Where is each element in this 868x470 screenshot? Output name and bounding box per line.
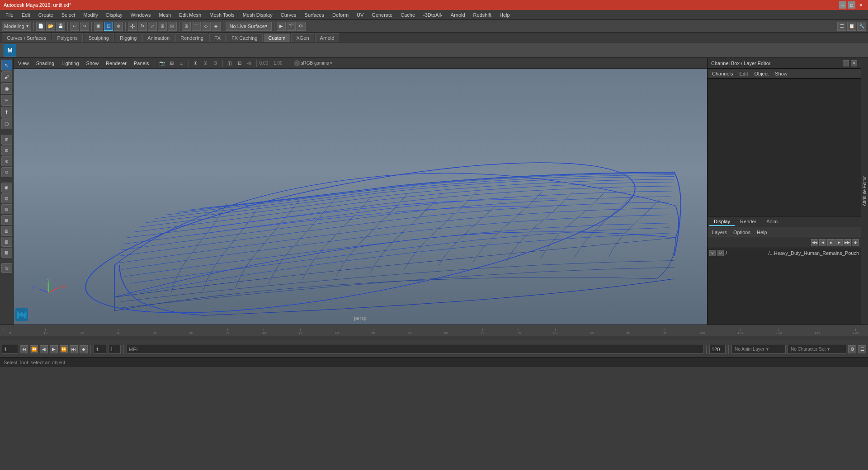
menu-curves[interactable]: Curves	[277, 11, 300, 19]
menu-cache[interactable]: Cache	[397, 11, 419, 19]
anim-play-button[interactable]: ▶	[50, 345, 58, 353]
vp-grid-button[interactable]: ⊞	[168, 59, 176, 67]
anim-range-start-input[interactable]	[94, 345, 106, 354]
gamma-dropdown-icon[interactable]: ▾	[330, 61, 332, 66]
attribute-editor-sidebar[interactable]: Attribute Editor	[861, 58, 868, 324]
vp-xray-button[interactable]: ⊡	[236, 59, 244, 67]
layer-vis-v[interactable]: V	[709, 250, 716, 256]
tool-settings-button[interactable]: 🔧	[857, 22, 866, 31]
channel-menu-object[interactable]: Object	[751, 70, 771, 77]
vp-menu-shading[interactable]: Shading	[33, 60, 57, 67]
menu-edit[interactable]: Edit	[18, 11, 34, 19]
vp-menu-view[interactable]: View	[15, 60, 32, 67]
display-mode-btn5[interactable]: ▧	[1, 226, 12, 236]
menu-modify[interactable]: Modify	[80, 11, 101, 19]
layer-prev-button[interactable]: ◀◀	[811, 239, 818, 246]
layer-next-single-button[interactable]: ▶	[835, 239, 843, 246]
display-mode-btn4[interactable]: ▦	[1, 215, 12, 225]
current-frame-input[interactable]	[2, 345, 18, 354]
menu-create[interactable]: Create	[35, 11, 57, 19]
vp-menu-lighting[interactable]: Lighting	[59, 60, 82, 67]
layer-stop-button[interactable]: ■	[827, 239, 835, 246]
layer-menu-help[interactable]: Help	[754, 229, 770, 236]
layer-prev-single-button[interactable]: ◀	[819, 239, 826, 246]
anim-play-back-button[interactable]: ◀	[40, 345, 48, 353]
vp-smooth1-button[interactable]: ①	[192, 59, 200, 67]
anim-end-frame-input[interactable]	[709, 345, 726, 354]
layer-menu-options[interactable]: Options	[731, 229, 753, 236]
vp-cam-button[interactable]: 📷	[158, 59, 166, 67]
channel-menu-channels[interactable]: Channels	[709, 70, 736, 77]
vp-menu-panels[interactable]: Panels	[131, 60, 152, 67]
select-tool-button[interactable]: ▣	[94, 22, 103, 31]
anim-next-key-button[interactable]: ⏩	[60, 345, 68, 353]
channel-menu-show[interactable]: Show	[772, 70, 790, 77]
shelf-tab-curves[interactable]: Curves / Surfaces	[2, 33, 51, 42]
render-settings-button[interactable]: ⚙	[297, 22, 306, 31]
viewport-canvas[interactable]: X Y Z persp	[14, 69, 707, 324]
undo-button[interactable]: ↩	[70, 22, 79, 31]
menu-windows[interactable]: Windows	[127, 11, 155, 19]
vp-wireframe-button[interactable]: □	[178, 59, 186, 67]
universal-manip-button[interactable]: ⊞	[158, 22, 167, 31]
snap-to-grid-button[interactable]: ⊞	[1, 135, 12, 145]
display-mode-btn6[interactable]: ▨	[1, 237, 12, 247]
shelf-tab-polygons[interactable]: Polygons	[52, 33, 82, 42]
shelf-tab-rigging[interactable]: Rigging	[115, 33, 142, 42]
new-file-button[interactable]: 📄	[36, 22, 45, 31]
anim-settings-button[interactable]: ⚙	[848, 345, 856, 353]
shelf-tab-custom[interactable]: Custom	[264, 33, 291, 42]
shelf-tab-arnold[interactable]: Arnold	[315, 33, 340, 42]
display-mode-btn7[interactable]: ▩	[1, 248, 12, 258]
menu-uv[interactable]: UV	[353, 11, 367, 19]
anim-start-button[interactable]: ⏮	[20, 345, 28, 353]
channel-menu-edit[interactable]: Edit	[736, 70, 750, 77]
display-mode-btn2[interactable]: ▤	[1, 193, 12, 203]
display-mode-btn3[interactable]: ▥	[1, 204, 12, 214]
menu-surfaces[interactable]: Surfaces	[301, 11, 328, 19]
move-tool-button[interactable]: ✛	[128, 22, 137, 31]
timeline-ruler[interactable]: 1 5 10 15 20 25 30 35 40 45 50 55 60 65 …	[0, 325, 868, 336]
no-live-surface-button[interactable]: No Live Surface ▾	[226, 22, 272, 31]
maximize-button[interactable]: □	[848, 1, 855, 9]
extrude-button[interactable]: ⬆	[1, 107, 12, 118]
attribute-editor-button[interactable]: 📋	[847, 22, 856, 31]
isolate-button[interactable]: ◎	[1, 263, 12, 273]
anim-settings2-button[interactable]: ☰	[858, 345, 866, 353]
vp-backface-button[interactable]: ◫	[226, 59, 234, 67]
channel-box-button[interactable]: ☰	[837, 22, 846, 31]
menu-select[interactable]: Select	[58, 11, 79, 19]
menu-3dtoall[interactable]: -3DtoAll-	[420, 11, 446, 19]
menu-redshift[interactable]: Redshift	[470, 11, 495, 19]
no-anim-layer-dropdown[interactable]: No Anim Layer ▾	[731, 345, 786, 354]
layer-item-0[interactable]: V P / /...Heavy_Duty_Human_Remains_Pouch	[708, 248, 861, 258]
layer-key-button[interactable]: ◆	[852, 239, 859, 246]
shelf-tab-rendering[interactable]: Rendering	[175, 33, 208, 42]
snap-options-button[interactable]: ⊠	[1, 146, 12, 155]
menu-arnold[interactable]: Arnold	[447, 11, 469, 19]
anim-prev-key-button[interactable]: ⏪	[30, 345, 38, 353]
layer-tab-render[interactable]: Render	[736, 218, 761, 226]
menu-generate[interactable]: Generate	[368, 11, 396, 19]
select-mode-button[interactable]: ↖	[1, 60, 12, 70]
menu-file[interactable]: File	[2, 11, 17, 19]
shelf-tab-fx[interactable]: FX	[209, 33, 226, 42]
mel-input[interactable]	[141, 347, 701, 352]
vp-menu-show[interactable]: Show	[84, 60, 102, 67]
paint-select-button[interactable]: ⊕	[114, 22, 123, 31]
snap-curve-button[interactable]: ⌒	[192, 22, 201, 31]
snap-point-button[interactable]: ◇	[202, 22, 211, 31]
shelf-tab-xgen[interactable]: XGen	[291, 33, 314, 42]
snap-grid-button[interactable]: ⊞	[182, 22, 191, 31]
menu-deform[interactable]: Deform	[329, 11, 352, 19]
layer-tab-display[interactable]: Display	[709, 218, 735, 226]
close-button[interactable]: ✕	[857, 1, 864, 9]
panel-minimize-button[interactable]: ─	[843, 60, 849, 66]
frame-input[interactable]	[108, 345, 121, 354]
menu-help[interactable]: Help	[496, 11, 514, 19]
paint-button[interactable]: 🖌	[1, 71, 12, 82]
redo-button[interactable]: ↪	[80, 22, 89, 31]
anim-key-button[interactable]: ◆	[80, 345, 88, 353]
open-file-button[interactable]: 📂	[46, 22, 55, 31]
vp-menu-renderer[interactable]: Renderer	[103, 60, 129, 67]
